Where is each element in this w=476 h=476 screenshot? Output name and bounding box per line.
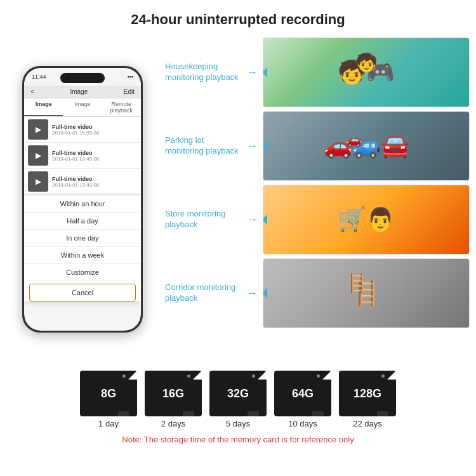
monitoring-arrow-2: →	[246, 140, 258, 153]
page-title: 24-hour uninterrupted recording	[0, 0, 476, 34]
monitoring-item-housekeeping: Housekeeping monitoring playback → 🧒🎮	[165, 37, 470, 107]
dropdown-item-4[interactable]: Within a week	[24, 247, 141, 264]
video-item-2[interactable]: ▶ Full-time video 2019-01-01 13:45:08	[24, 143, 141, 169]
monitoring-item-corridor: Corridor monitoring playback → 🪜	[165, 258, 470, 328]
img-arrow-1	[263, 67, 267, 77]
video-title-2: Full-time video	[52, 150, 137, 156]
monitoring-arrow-3: →	[246, 213, 258, 227]
monitoring-label-corridor: Corridor monitoring playback	[165, 282, 241, 304]
main-content: 11:44 ▪▪▪ < Image Edit Image Image Remot…	[0, 34, 476, 364]
note-text: Note: The storage time of the memory car…	[122, 435, 354, 444]
monitoring-section: Housekeeping monitoring playback → 🧒🎮 Pa…	[165, 34, 470, 364]
store-img-content: 🛒👨	[263, 185, 469, 254]
monitoring-image-parking: 🚗🚙🚘	[263, 111, 470, 181]
sd-card-32g: 32G	[209, 371, 267, 416]
video-thumb-2: ▶	[28, 145, 48, 166]
phone-back-btn[interactable]: <	[30, 88, 34, 95]
sd-dot-5	[381, 374, 385, 378]
sd-label-128g: 128G	[354, 387, 381, 400]
video-title-1: Full-time video	[52, 124, 137, 130]
video-thumb-3: ▶	[28, 171, 48, 192]
phone-tab-image2[interactable]: Image	[63, 98, 102, 116]
monitoring-image-store: 🛒👨	[263, 185, 470, 255]
sd-cards-section: 8G 1 day 16G 2 days 32G 5 days 64G 10 da…	[0, 364, 476, 432]
sd-notch-4	[322, 371, 331, 380]
sd-item-16g: 16G 2 days	[145, 371, 202, 428]
phone-notch	[60, 73, 105, 83]
monitoring-item-parking: Parking lot monitoring playback → 🚗🚙🚘	[165, 111, 470, 181]
parking-img-content: 🚗🚙🚘	[263, 112, 469, 180]
dropdown-cancel-btn[interactable]: Cancel	[29, 284, 136, 301]
sd-label-64g: 64G	[292, 387, 314, 400]
sd-item-128g: 128G 22 days	[339, 371, 396, 428]
sd-item-32g: 32G 5 days	[209, 371, 267, 428]
monitoring-label-parking: Parking lot monitoring playback	[165, 135, 241, 157]
video-info-3: Full-time video 2019-01-01 13:40:08	[52, 176, 137, 188]
phone-wrapper: 11:44 ▪▪▪ < Image Edit Image Image Remot…	[22, 66, 143, 333]
phone-body: 11:44 ▪▪▪ < Image Edit Image Image Remot…	[22, 66, 143, 333]
phone-nav-bar: < Image Edit	[24, 86, 141, 98]
sd-days-8g: 1 day	[98, 419, 119, 428]
monitoring-image-housekeeping: 🧒🎮	[263, 37, 470, 107]
sd-dot-1	[122, 374, 126, 378]
phone-tabs: Image Image Remote playback	[24, 98, 141, 117]
img-arrow-3	[263, 215, 267, 225]
video-title-3: Full-time video	[52, 176, 137, 182]
sd-card-8g: 8G	[80, 371, 137, 416]
sd-days-128g: 22 days	[353, 419, 382, 428]
phone-tab-image[interactable]: Image	[24, 98, 63, 116]
monitoring-label-store: Store monitoring playback	[165, 209, 241, 230]
sd-notch-5	[387, 371, 396, 380]
phone-edit-btn[interactable]: Edit	[124, 88, 135, 95]
video-item-1[interactable]: ▶ Full-time video 2019-01-01 15:55:08	[24, 117, 141, 143]
monitoring-arrow-4: →	[246, 287, 258, 300]
corridor-img-content: 🪜	[263, 259, 469, 327]
sd-days-32g: 5 days	[226, 419, 250, 428]
sd-item-8g: 8G 1 day	[80, 371, 137, 428]
video-thumb-1: ▶	[28, 119, 48, 140]
sd-card-64g: 64G	[274, 371, 331, 416]
video-date-2: 2019-01-01 13:45:08	[52, 156, 137, 162]
note-section: Note: The storage time of the memory car…	[0, 432, 476, 447]
video-info-1: Full-time video 2019-01-01 15:55:08	[52, 124, 137, 136]
video-info-2: Full-time video 2019-01-01 13:45:08	[52, 150, 137, 162]
video-date-1: 2019-01-01 15:55:08	[52, 130, 137, 136]
phone-time: 11:44	[32, 74, 46, 80]
monitoring-image-corridor: 🪜	[263, 258, 470, 328]
phone-dropdown: Within an hour Half a day In one day Wit…	[24, 195, 141, 301]
video-item-3[interactable]: ▶ Full-time video 2019-01-01 13:40:08	[24, 169, 141, 195]
page-header: 24-hour uninterrupted recording	[0, 0, 476, 34]
img-arrow-2	[263, 141, 267, 151]
sd-dot-4	[317, 374, 320, 378]
dropdown-item-1[interactable]: Within an hour	[24, 195, 141, 213]
phone-nav-title: Image	[70, 88, 88, 95]
sd-label-32g: 32G	[227, 387, 249, 400]
phone-status-icons: ▪▪▪	[127, 74, 133, 80]
housekeeping-img-content: 🧒🎮	[263, 38, 469, 107]
sd-notch-2	[193, 371, 202, 380]
sd-notch-3	[258, 371, 267, 380]
sd-days-16g: 2 days	[161, 419, 185, 428]
sd-dot-2	[187, 374, 190, 378]
sd-card-128g: 128G	[339, 371, 396, 416]
monitoring-label-housekeeping: Housekeeping monitoring playback	[165, 62, 241, 83]
phone-tab-remote[interactable]: Remote playback	[102, 98, 141, 116]
phone-screen: 11:44 ▪▪▪ < Image Edit Image Image Remot…	[24, 68, 141, 331]
phone-section: 11:44 ▪▪▪ < Image Edit Image Image Remot…	[6, 34, 159, 364]
dropdown-item-5[interactable]: Customize	[24, 264, 141, 281]
sd-dot-3	[252, 374, 255, 378]
sd-label-8g: 8G	[101, 387, 116, 400]
sd-notch-1	[128, 371, 137, 380]
video-date-3: 2019-01-01 13:40:08	[52, 182, 137, 188]
sd-days-64g: 10 days	[288, 419, 317, 428]
img-arrow-4	[263, 288, 267, 298]
dropdown-item-2[interactable]: Half a day	[24, 213, 141, 230]
sd-label-16g: 16G	[162, 387, 184, 400]
dropdown-item-3[interactable]: In one day	[24, 230, 141, 247]
sd-card-16g: 16G	[145, 371, 202, 416]
sd-item-64g: 64G 10 days	[274, 371, 331, 428]
monitoring-arrow-1: →	[246, 66, 258, 79]
monitoring-item-store: Store monitoring playback → 🛒👨	[165, 185, 470, 255]
